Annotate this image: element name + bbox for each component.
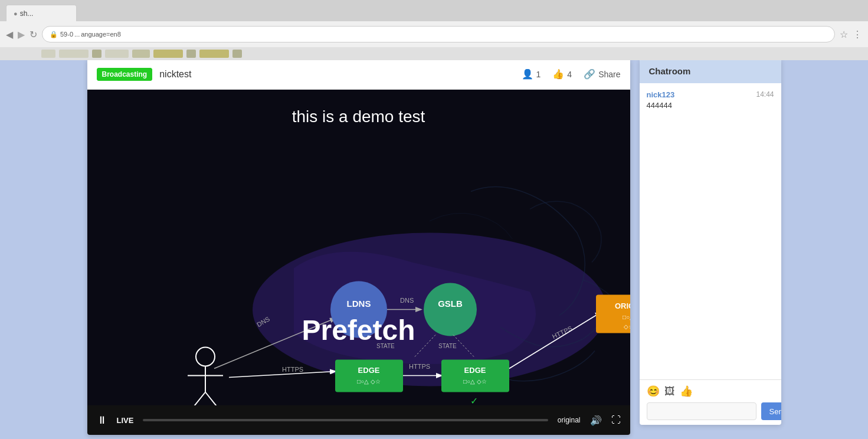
browser-chrome: ● sh... ◀ ▶ ↻ 🔒 59-0 ... anguage=en8 ☆ ⋮ <box>0 0 868 47</box>
bookmark-1 <box>41 50 55 58</box>
send-button[interactable]: Send <box>761 402 781 420</box>
bookmark-3 <box>92 50 101 58</box>
svg-text:□○△ ◇☆: □○△ ◇☆ <box>463 378 487 385</box>
chatroom: Chatroom nick123 14:44 444444 😊 🖼 👍 <box>640 59 781 425</box>
video-controls: ⏸ LIVE original 🔊 ⛶ <box>87 405 630 435</box>
bookmark-2 <box>59 50 89 58</box>
bookmark-5 <box>132 50 150 58</box>
broadcasting-badge: Broadcasting <box>97 68 153 81</box>
main-container: Broadcasting nicktest 👤 1 👍 4 🔗 Share <box>0 47 868 439</box>
svg-text:DNS: DNS <box>400 297 414 304</box>
svg-text:□○△: □○△ <box>622 314 630 320</box>
url-bar[interactable]: 🔒 59-0 ... anguage=en8 <box>42 26 835 42</box>
volume-button[interactable]: 🔊 <box>590 415 602 426</box>
likes-stat[interactable]: 👍 4 <box>552 68 572 80</box>
svg-point-13 <box>424 283 477 336</box>
browser-tabs: ● sh... <box>0 0 868 21</box>
bookmark-8 <box>199 50 229 58</box>
svg-line-5 <box>205 392 217 406</box>
player-wrapper: Broadcasting nicktest 👤 1 👍 4 🔗 Share <box>87 59 630 435</box>
demo-title: this is a demo test <box>292 107 425 126</box>
share-label: Share <box>598 70 620 79</box>
bookmark-9 <box>232 50 242 58</box>
reload-button[interactable]: ↻ <box>30 29 37 40</box>
header-right: 👤 1 👍 4 🔗 Share <box>522 68 621 80</box>
bookmark-button[interactable]: ☆ <box>840 29 848 40</box>
svg-text:✓: ✓ <box>470 396 477 406</box>
progress-bar[interactable] <box>143 419 548 421</box>
chat-input[interactable] <box>647 402 756 420</box>
svg-text:LDNS: LDNS <box>346 299 371 309</box>
browser-toolbar: ◀ ▶ ↻ 🔒 59-0 ... anguage=en8 ☆ ⋮ <box>0 21 868 47</box>
likes-count: 4 <box>567 70 572 79</box>
chatroom-messages: nick123 14:44 444444 <box>640 83 781 379</box>
live-badge: LIVE <box>117 416 134 425</box>
back-button[interactable]: ◀ <box>6 29 13 40</box>
chat-time: 14:44 <box>756 90 774 99</box>
emoji-button[interactable]: 😊 <box>647 385 660 398</box>
browser-tab[interactable]: ● sh... <box>6 5 77 21</box>
svg-text:GSLB: GSLB <box>438 299 463 309</box>
chat-input-row: Send <box>647 402 774 420</box>
prefetch-title: Prefetch <box>302 314 415 346</box>
svg-rect-26 <box>441 360 509 392</box>
bookmark-4 <box>105 50 129 58</box>
svg-point-1 <box>196 348 215 366</box>
svg-line-4 <box>194 392 205 406</box>
svg-text:◇☆: ◇☆ <box>623 323 630 330</box>
chat-message-header: nick123 14:44 <box>647 90 774 99</box>
svg-text:HTTPS: HTTPS <box>409 363 430 370</box>
chatroom-title: Chatroom <box>649 66 691 76</box>
viewers-icon: 👤 <box>522 68 533 80</box>
image-button[interactable]: 🖼 <box>664 385 675 398</box>
thumbs-up-button[interactable]: 👍 <box>680 385 693 398</box>
chat-message: nick123 14:44 444444 <box>647 90 774 110</box>
network-diagram: END-USER DNS LDNS DNS GSLB <box>87 90 630 405</box>
viewers-count: 1 <box>536 70 541 79</box>
svg-text:EDGE: EDGE <box>358 366 379 375</box>
chatroom-footer: 😊 🖼 👍 Send <box>640 379 781 425</box>
video-area: this is a demo test <box>87 90 630 405</box>
content-row: Broadcasting nicktest 👤 1 👍 4 🔗 Share <box>87 59 781 435</box>
fullscreen-button[interactable]: ⛶ <box>611 415 621 425</box>
header-left: Broadcasting nicktest <box>97 68 192 81</box>
chat-text: 444444 <box>647 101 774 110</box>
chat-username: nick123 <box>647 90 675 99</box>
pause-button[interactable]: ⏸ <box>97 414 107 427</box>
share-icon: 🔗 <box>584 68 595 80</box>
svg-text:□○△ ◇☆: □○△ ◇☆ <box>357 378 381 385</box>
quality-select[interactable]: original <box>558 416 581 424</box>
svg-text:ORIGIN: ORIGIN <box>614 302 630 310</box>
viewers-stat: 👤 1 <box>522 68 541 80</box>
like-icon: 👍 <box>552 68 564 80</box>
stream-title: nicktest <box>159 69 191 80</box>
svg-text:HTTPS: HTTPS <box>282 366 303 373</box>
bookmark-7 <box>186 50 196 58</box>
forward-button[interactable]: ▶ <box>18 29 25 40</box>
chatroom-header: Chatroom <box>640 59 781 83</box>
svg-text:EDGE: EDGE <box>464 366 486 375</box>
player-header: Broadcasting nicktest 👤 1 👍 4 🔗 Share <box>87 59 630 90</box>
svg-rect-21 <box>335 360 403 392</box>
share-button[interactable]: 🔗 Share <box>584 68 620 80</box>
menu-button[interactable]: ⋮ <box>853 29 862 40</box>
svg-text:STATE: STATE <box>438 343 457 349</box>
bookmark-6 <box>153 50 183 58</box>
chat-toolbar: 😊 🖼 👍 <box>647 385 774 398</box>
